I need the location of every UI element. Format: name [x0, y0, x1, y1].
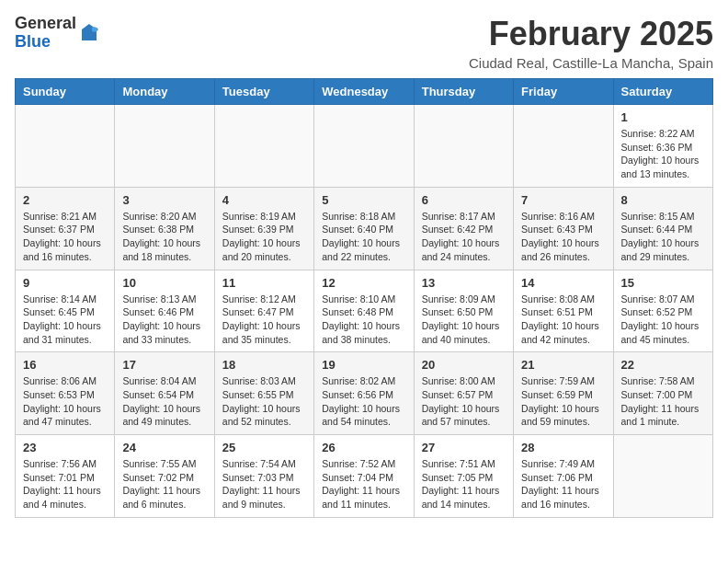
header-tuesday: Tuesday — [214, 79, 313, 105]
header-thursday: Thursday — [414, 79, 513, 105]
day-info: Sunrise: 7:49 AM Sunset: 7:06 PM Dayligh… — [521, 457, 605, 511]
day-number: 18 — [222, 358, 306, 372]
day-number: 16 — [23, 358, 107, 372]
day-number: 11 — [222, 276, 306, 290]
day-info: Sunrise: 7:59 AM Sunset: 6:59 PM Dayligh… — [521, 374, 605, 429]
header-sunday: Sunday — [16, 79, 115, 105]
logo: General Blue — [15, 15, 100, 52]
calendar-cell: 17Sunrise: 8:04 AM Sunset: 6:54 PM Dayli… — [115, 352, 214, 435]
day-info: Sunrise: 8:19 AM Sunset: 6:39 PM Dayligh… — [222, 210, 306, 264]
week-row-4: 16Sunrise: 8:06 AM Sunset: 6:53 PM Dayli… — [16, 352, 713, 435]
day-info: Sunrise: 8:14 AM Sunset: 6:45 PM Dayligh… — [23, 293, 107, 347]
day-number: 14 — [521, 276, 605, 290]
calendar-cell: 8Sunrise: 8:15 AM Sunset: 6:44 PM Daylig… — [613, 187, 712, 270]
day-number: 27 — [422, 441, 506, 454]
day-number: 12 — [322, 276, 405, 290]
calendar-cell: 25Sunrise: 7:54 AM Sunset: 7:03 PM Dayli… — [214, 435, 313, 518]
day-number: 19 — [322, 358, 405, 372]
calendar-cell: 21Sunrise: 7:59 AM Sunset: 6:59 PM Dayli… — [514, 352, 613, 435]
day-info: Sunrise: 8:08 AM Sunset: 6:51 PM Dayligh… — [521, 293, 605, 347]
day-number: 10 — [122, 276, 206, 290]
day-number: 13 — [422, 276, 506, 290]
day-number: 4 — [222, 193, 306, 207]
calendar-cell: 2Sunrise: 8:21 AM Sunset: 6:37 PM Daylig… — [16, 187, 115, 270]
day-info: Sunrise: 7:55 AM Sunset: 7:02 PM Dayligh… — [122, 457, 206, 511]
calendar-cell: 12Sunrise: 8:10 AM Sunset: 6:48 PM Dayli… — [314, 270, 414, 352]
calendar-cell: 4Sunrise: 8:19 AM Sunset: 6:39 PM Daylig… — [214, 187, 313, 270]
calendar-cell: 16Sunrise: 8:06 AM Sunset: 6:53 PM Dayli… — [16, 352, 115, 435]
calendar-cell: 6Sunrise: 8:17 AM Sunset: 6:42 PM Daylig… — [414, 187, 513, 270]
calendar-cell: 22Sunrise: 7:58 AM Sunset: 7:00 PM Dayli… — [613, 352, 712, 435]
header-saturday: Saturday — [613, 79, 712, 105]
day-info: Sunrise: 8:00 AM Sunset: 6:57 PM Dayligh… — [422, 374, 506, 429]
day-info: Sunrise: 7:58 AM Sunset: 7:00 PM Dayligh… — [621, 374, 705, 429]
calendar-table: Sunday Monday Tuesday Wednesday Thursday… — [15, 78, 713, 518]
day-number: 22 — [621, 358, 705, 372]
day-info: Sunrise: 8:10 AM Sunset: 6:48 PM Dayligh… — [322, 293, 405, 347]
day-info: Sunrise: 8:12 AM Sunset: 6:47 PM Dayligh… — [222, 293, 306, 347]
day-info: Sunrise: 8:13 AM Sunset: 6:46 PM Dayligh… — [122, 293, 206, 347]
calendar-cell: 13Sunrise: 8:09 AM Sunset: 6:50 PM Dayli… — [414, 270, 513, 352]
calendar-cell: 1Sunrise: 8:22 AM Sunset: 6:36 PM Daylig… — [613, 105, 712, 188]
day-info: Sunrise: 8:17 AM Sunset: 6:42 PM Dayligh… — [422, 210, 506, 264]
day-number: 1 — [621, 110, 705, 124]
month-year-title: February 2025 — [469, 15, 713, 53]
day-number: 20 — [422, 358, 506, 372]
calendar-cell: 26Sunrise: 7:52 AM Sunset: 7:04 PM Dayli… — [314, 435, 414, 518]
week-row-1: 1Sunrise: 8:22 AM Sunset: 6:36 PM Daylig… — [16, 105, 713, 188]
day-number: 25 — [222, 441, 306, 454]
day-number: 21 — [521, 358, 605, 372]
header-wednesday: Wednesday — [314, 79, 414, 105]
logo-blue: Blue — [15, 33, 76, 52]
calendar-cell: 20Sunrise: 8:00 AM Sunset: 6:57 PM Dayli… — [414, 352, 513, 435]
calendar-cell: 7Sunrise: 8:16 AM Sunset: 6:43 PM Daylig… — [514, 187, 613, 270]
logo-general: General — [15, 15, 76, 33]
day-number: 5 — [322, 193, 405, 207]
calendar-cell: 28Sunrise: 7:49 AM Sunset: 7:06 PM Dayli… — [514, 435, 613, 518]
location-subtitle: Ciudad Real, Castille-La Mancha, Spain — [469, 55, 713, 71]
day-info: Sunrise: 8:15 AM Sunset: 6:44 PM Dayligh… — [621, 210, 705, 264]
title-area: February 2025 Ciudad Real, Castille-La M… — [469, 15, 713, 71]
calendar-cell: 9Sunrise: 8:14 AM Sunset: 6:45 PM Daylig… — [16, 270, 115, 352]
day-number: 6 — [422, 193, 506, 207]
week-row-3: 9Sunrise: 8:14 AM Sunset: 6:45 PM Daylig… — [16, 270, 713, 352]
day-number: 3 — [122, 193, 206, 207]
calendar-cell: 11Sunrise: 8:12 AM Sunset: 6:47 PM Dayli… — [214, 270, 313, 352]
day-info: Sunrise: 8:07 AM Sunset: 6:52 PM Dayligh… — [621, 293, 705, 347]
calendar-cell — [16, 105, 115, 188]
calendar-cell — [613, 435, 712, 518]
day-info: Sunrise: 8:18 AM Sunset: 6:40 PM Dayligh… — [322, 210, 405, 264]
calendar-cell: 23Sunrise: 7:56 AM Sunset: 7:01 PM Dayli… — [16, 435, 115, 518]
calendar-cell: 3Sunrise: 8:20 AM Sunset: 6:38 PM Daylig… — [115, 187, 214, 270]
day-number: 23 — [23, 441, 107, 454]
day-info: Sunrise: 8:20 AM Sunset: 6:38 PM Dayligh… — [122, 210, 206, 264]
logo-icon — [78, 22, 100, 44]
day-number: 8 — [621, 193, 705, 207]
calendar-cell: 14Sunrise: 8:08 AM Sunset: 6:51 PM Dayli… — [514, 270, 613, 352]
header-friday: Friday — [514, 79, 613, 105]
day-info: Sunrise: 8:22 AM Sunset: 6:36 PM Dayligh… — [621, 127, 705, 181]
day-number: 2 — [23, 193, 107, 207]
day-number: 24 — [122, 441, 206, 454]
calendar-cell: 19Sunrise: 8:02 AM Sunset: 6:56 PM Dayli… — [314, 352, 414, 435]
day-number: 9 — [23, 276, 107, 290]
day-number: 15 — [621, 276, 705, 290]
day-info: Sunrise: 8:06 AM Sunset: 6:53 PM Dayligh… — [23, 374, 107, 429]
day-info: Sunrise: 8:09 AM Sunset: 6:50 PM Dayligh… — [422, 293, 506, 347]
calendar-cell — [514, 105, 613, 188]
calendar-cell: 24Sunrise: 7:55 AM Sunset: 7:02 PM Dayli… — [115, 435, 214, 518]
week-row-5: 23Sunrise: 7:56 AM Sunset: 7:01 PM Dayli… — [16, 435, 713, 518]
calendar-cell — [115, 105, 214, 188]
calendar-cell — [214, 105, 313, 188]
day-number: 7 — [521, 193, 605, 207]
calendar-header-row: Sunday Monday Tuesday Wednesday Thursday… — [16, 79, 713, 105]
day-number: 17 — [122, 358, 206, 372]
day-number: 26 — [322, 441, 405, 454]
calendar-cell: 15Sunrise: 8:07 AM Sunset: 6:52 PM Dayli… — [613, 270, 712, 352]
day-info: Sunrise: 7:54 AM Sunset: 7:03 PM Dayligh… — [222, 457, 306, 511]
page-header: General Blue February 2025 Ciudad Real, … — [15, 15, 713, 71]
calendar-cell — [414, 105, 513, 188]
day-number: 28 — [521, 441, 605, 454]
calendar-cell: 27Sunrise: 7:51 AM Sunset: 7:05 PM Dayli… — [414, 435, 513, 518]
calendar-cell — [314, 105, 414, 188]
